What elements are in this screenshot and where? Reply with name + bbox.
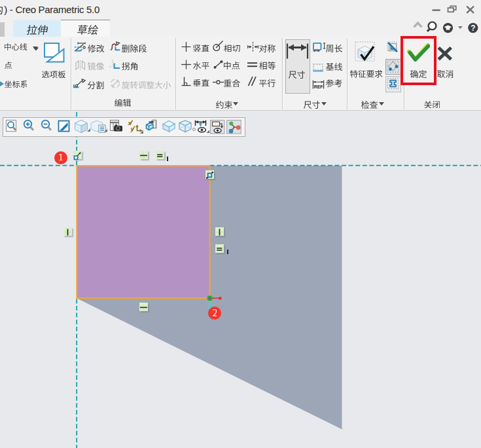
svg-text:?: ?: [471, 24, 475, 33]
svg-text:y: y: [130, 126, 135, 132]
svg-text:REF: REF: [314, 84, 323, 89]
